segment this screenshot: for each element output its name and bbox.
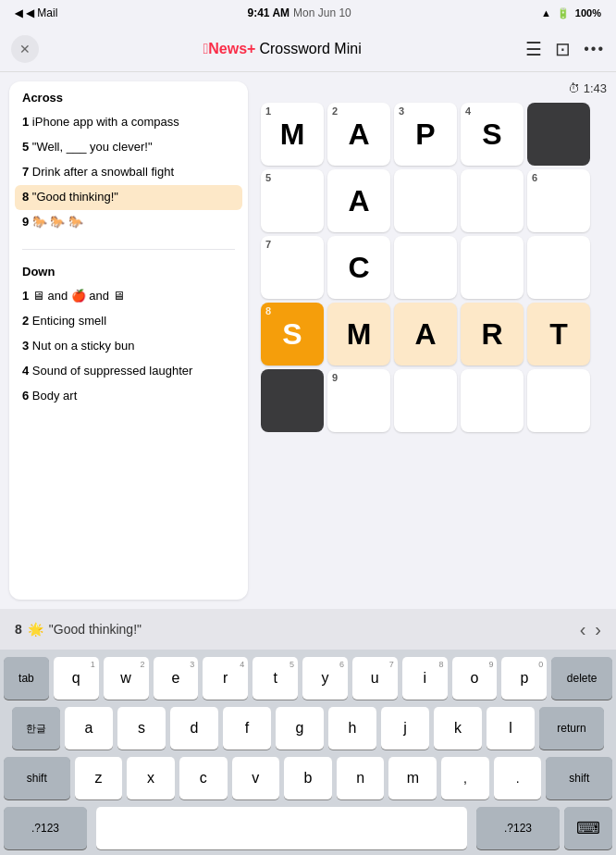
return-key[interactable]: return: [539, 707, 604, 750]
key-z[interactable]: z: [75, 757, 123, 799]
key-t[interactable]: 5 t: [253, 657, 298, 700]
clues-panel: Across 1 iPhone app with a compass 5 "We…: [9, 81, 248, 600]
cell-4-2[interactable]: M: [327, 303, 390, 366]
timer: ⏱ 1:43: [568, 81, 607, 95]
clue-down-4[interactable]: 4 Sound of suppressed laughter: [22, 359, 235, 384]
cell-3-1[interactable]: 7: [261, 236, 324, 299]
key-d[interactable]: d: [170, 707, 218, 750]
main-content: Across 1 iPhone app with a compass 5 "We…: [0, 72, 616, 609]
close-button[interactable]: ✕: [11, 35, 39, 63]
key-b[interactable]: b: [284, 757, 332, 799]
cell-2-4[interactable]: [461, 169, 524, 232]
key-w[interactable]: 2 w: [104, 657, 149, 700]
cell-5-2[interactable]: 9: [327, 369, 390, 432]
num-right-key[interactable]: .?123: [476, 807, 560, 849]
cell-5-5[interactable]: [527, 369, 590, 432]
key-s[interactable]: s: [117, 707, 166, 750]
key-p[interactable]: 0 p: [501, 657, 547, 700]
key-e[interactable]: 3 e: [154, 657, 199, 700]
cell-2-1[interactable]: 5: [261, 169, 324, 232]
clue-across-8[interactable]: 8 "Good thinking!": [15, 185, 242, 210]
timer-row: ⏱ 1:43: [261, 81, 607, 95]
key-f[interactable]: f: [223, 707, 271, 750]
key-i[interactable]: 8 i: [402, 657, 448, 700]
clue-down-2[interactable]: 2 Enticing smell: [22, 309, 235, 334]
hint-next-button[interactable]: ›: [595, 619, 601, 640]
cell-4-1[interactable]: 8S: [261, 303, 324, 366]
cell-4-5[interactable]: T: [527, 303, 590, 366]
cell-4-3[interactable]: A: [394, 303, 457, 366]
cell-5-4[interactable]: [461, 369, 524, 432]
hint-prev-button[interactable]: ‹: [580, 619, 586, 640]
keyboard: tab 1 q 2 w 3 e 4 r 5 t 6 y 7 u: [0, 650, 616, 855]
clue-across-9[interactable]: 9 🐎 🐎 🐎: [22, 210, 235, 235]
keyboard-row-4: .?123 .?123 ⌨: [4, 807, 612, 849]
key-exclaim[interactable]: ,: [441, 757, 489, 799]
cell-1-1[interactable]: 1M: [261, 103, 324, 166]
cell-2-2[interactable]: A: [327, 169, 390, 232]
grid-area: ⏱ 1:43 1M 2A 3P 4S 5 A: [248, 72, 616, 609]
screen-icon-button[interactable]: ⊡: [555, 38, 571, 60]
key-x[interactable]: x: [127, 757, 175, 799]
hint-nav: ‹ ›: [580, 619, 601, 640]
cell-2-5[interactable]: 6: [527, 169, 590, 232]
cell-5-3[interactable]: [394, 369, 457, 432]
shift-right-key[interactable]: shift: [546, 757, 612, 799]
key-m[interactable]: m: [388, 757, 437, 799]
key-l[interactable]: l: [487, 707, 535, 750]
delete-key[interactable]: delete: [551, 657, 612, 700]
num-left-key[interactable]: .?123: [4, 807, 87, 849]
key-y[interactable]: 6 y: [302, 657, 348, 700]
cell-4-4[interactable]: R: [461, 303, 524, 366]
status-date: Mon Jun 10: [293, 6, 351, 19]
key-v[interactable]: v: [232, 757, 280, 799]
clue-down-3[interactable]: 3 Nut on a sticky bun: [22, 334, 235, 359]
apple-news-logo: News+: [203, 41, 255, 57]
shift-left-key[interactable]: shift: [4, 757, 70, 799]
across-title: Across: [22, 91, 235, 105]
spacebar[interactable]: [96, 807, 467, 849]
cell-3-5[interactable]: [527, 236, 590, 299]
nav-center: News+ Crossword Mini: [203, 41, 361, 57]
clue-across-1[interactable]: 1 iPhone app with a compass: [22, 110, 235, 135]
key-j[interactable]: j: [381, 707, 429, 750]
more-icon-button[interactable]: •••: [584, 41, 605, 57]
key-question[interactable]: .: [494, 757, 542, 799]
cell-3-3[interactable]: [394, 236, 457, 299]
key-u[interactable]: 7 u: [352, 657, 398, 700]
cell-3-2[interactable]: C: [327, 236, 390, 299]
key-q[interactable]: 1 q: [54, 657, 99, 700]
hangul-key[interactable]: 한글: [12, 707, 60, 750]
key-g[interactable]: g: [276, 707, 324, 750]
clue-across-5[interactable]: 5 "Well, ___ you clever!": [22, 135, 235, 160]
key-h[interactable]: h: [328, 707, 376, 750]
hint-bar: 8 🌟 "Good thinking!" ‹ ›: [0, 609, 616, 650]
crossword-grid: 1M 2A 3P 4S 5 A 6 7: [261, 103, 590, 432]
key-r[interactable]: 4 r: [203, 657, 248, 700]
list-icon-button[interactable]: ☰: [525, 38, 542, 60]
keyboard-dismiss-key[interactable]: ⌨: [564, 807, 612, 849]
keyboard-row-1: tab 1 q 2 w 3 e 4 r 5 t 6 y 7 u: [4, 657, 612, 700]
status-center: 9:41 AM Mon Jun 10: [248, 6, 351, 19]
key-c[interactable]: c: [179, 757, 228, 799]
back-label: ◀ Mail: [26, 6, 57, 19]
cell-3-4[interactable]: [461, 236, 524, 299]
key-a[interactable]: a: [65, 707, 113, 750]
keyboard-icon: ⌨: [576, 818, 600, 838]
down-title: Down: [22, 265, 235, 279]
clue-across-7[interactable]: 7 Drink after a snowball fight: [22, 160, 235, 185]
key-k[interactable]: k: [434, 707, 482, 750]
tab-key[interactable]: tab: [4, 657, 49, 700]
cell-1-3[interactable]: 3P: [394, 103, 457, 166]
key-n[interactable]: n: [337, 757, 385, 799]
down-section: Down 1 🖥 and 🍎 and 🖥 2 Enticing smell 3 …: [9, 255, 248, 417]
clue-down-1[interactable]: 1 🖥 and 🍎 and 🖥: [22, 284, 235, 309]
hint-text: 8 🌟 "Good thinking!": [15, 622, 142, 637]
key-o[interactable]: 9 o: [452, 657, 498, 700]
hint-emoji: 🌟: [28, 622, 43, 637]
clue-down-6[interactable]: 6 Body art: [22, 384, 235, 409]
cell-2-3[interactable]: [394, 169, 457, 232]
cell-1-2[interactable]: 2A: [327, 103, 390, 166]
battery-icon: 🔋: [557, 7, 570, 19]
cell-1-4[interactable]: 4S: [461, 103, 524, 166]
